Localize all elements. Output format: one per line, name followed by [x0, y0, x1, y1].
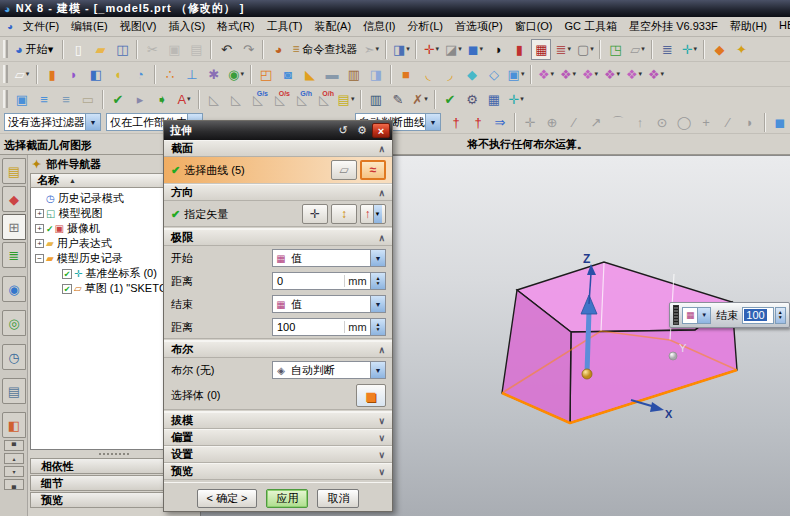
settings-group-header[interactable]: 设置 ∨	[164, 446, 392, 463]
stop-at-intersection-icon[interactable]: †	[468, 112, 488, 133]
apply-button[interactable]: 应用	[266, 489, 308, 508]
menu-item-6[interactable]: 装配(A)	[308, 17, 357, 36]
dialog-reset-button[interactable]: ↺	[334, 123, 352, 138]
show-hide-view-button[interactable]: ◪▾	[443, 39, 463, 60]
ghost-wireframe-button[interactable]: ◺	[226, 89, 246, 110]
block-button[interactable]: ◧	[86, 64, 106, 85]
tree-expander-icon[interactable]: +	[35, 224, 44, 233]
extrude-dialog-title-bar[interactable]: 拉伸 ↺ ⚙ ×	[164, 121, 392, 140]
synchronous-resize-button[interactable]: ❖▾	[602, 64, 622, 85]
snap-control-point-icon[interactable]: ↗	[586, 112, 606, 133]
section-group-header[interactable]: 截面 ∧	[164, 140, 392, 157]
revolve-button[interactable]: ◗	[64, 64, 84, 85]
dialog-options-button[interactable]: ⚙	[353, 123, 371, 138]
sketch-section-button[interactable]: ▱	[331, 160, 357, 180]
snap-midpoint-icon[interactable]: ∕	[564, 112, 584, 133]
extrude-direction-arrow[interactable]	[587, 311, 589, 373]
specify-vector-row[interactable]: ✔ 指定矢量 ✛ ↕ ↑ ▼	[164, 201, 392, 226]
part-settings-button[interactable]: ⚙	[462, 89, 482, 110]
boolean-combo[interactable]: ◈ 自动判断 ▼	[272, 361, 386, 379]
chamfer-button[interactable]: ◆	[462, 64, 482, 85]
show-hide-button[interactable]: ➧	[152, 89, 172, 110]
section-view-button[interactable]: ▮	[509, 39, 529, 60]
menu-item-8[interactable]: 分析(L)	[402, 17, 449, 36]
start-distance-input[interactable]: 0 mm ▲▼	[272, 272, 386, 290]
curve-select-button[interactable]: ≈	[360, 160, 386, 180]
drag-grip-handle[interactable]	[673, 305, 679, 325]
synchronous-pull-button[interactable]: ❖▾	[558, 64, 578, 85]
layer-settings-button[interactable]: ≣	[657, 39, 677, 60]
box-feature-button[interactable]: ▥	[344, 64, 364, 85]
ruler-button[interactable]: ▤▾	[336, 89, 356, 110]
cancel-button[interactable]: 取消	[317, 489, 359, 508]
menu-item-12[interactable]: 星空外挂 V6.933F	[623, 17, 724, 36]
menu-item-1[interactable]: 编辑(E)	[65, 17, 114, 36]
mirror-feature-button[interactable]: ◨	[366, 64, 386, 85]
collapse-section-icon[interactable]: ∧	[378, 144, 385, 154]
expand-settings-icon[interactable]: ∨	[378, 450, 385, 460]
boolean-dropdown-icon[interactable]: ▼	[370, 362, 385, 378]
shell-button[interactable]: ◙	[278, 64, 298, 85]
system-materials-tab[interactable]: ◧	[2, 412, 26, 438]
render-style-button[interactable]: ◑	[487, 39, 507, 60]
edit-section-button[interactable]: ▦	[531, 39, 551, 60]
follow-fillet-icon[interactable]: ⇒	[490, 112, 510, 133]
boolean-group-header[interactable]: 布尔 ∧	[164, 341, 392, 358]
hide-object-button[interactable]: ▸	[130, 89, 150, 110]
rib-button[interactable]: ◣	[300, 64, 320, 85]
collapse-boolean-icon[interactable]: ∧	[378, 345, 385, 355]
tree-expander-icon[interactable]: −	[35, 254, 44, 263]
erase-button[interactable]: ✗▾	[410, 89, 430, 110]
fit-view-button[interactable]: ✛▾	[421, 39, 441, 60]
menu-item-9[interactable]: 首选项(P)	[449, 17, 509, 36]
selection-filter-combo[interactable]: 没有选择过滤器 ▼	[4, 113, 101, 131]
trim-body-button[interactable]: ◰	[256, 64, 276, 85]
layer-visible-button[interactable]: ≡	[34, 89, 54, 110]
select-curve-row[interactable]: ✔ 选择曲线 (5) ▱ ≈	[164, 157, 392, 184]
offset-group-header[interactable]: 偏置 ∨	[164, 429, 392, 446]
display-mode-button[interactable]: ▢▾	[575, 39, 595, 60]
menu-item-4[interactable]: 格式(R)	[211, 17, 260, 36]
part-navigator-tab[interactable]: ⊞	[2, 214, 26, 240]
collapse-limits-icon[interactable]: ∧	[378, 233, 385, 243]
curve-rule-dropdown-icon[interactable]: ▼	[425, 114, 440, 130]
draft-group-header[interactable]: 拔模 ∨	[164, 412, 392, 429]
examine-geometry-button[interactable]: ✔	[440, 89, 460, 110]
send-to-button[interactable]: ➣▾	[361, 39, 381, 60]
snap-point-icon[interactable]: ✛	[520, 112, 540, 133]
orient-view-button[interactable]: ◼▾	[465, 39, 485, 60]
select-body-button[interactable]: ◼	[356, 384, 386, 407]
reverse-direction-button[interactable]: ↕	[331, 204, 357, 224]
key-tool-button[interactable]: ✦	[731, 39, 751, 60]
menu-item-11[interactable]: GC 工具箱	[559, 17, 624, 36]
collapse-direction-icon[interactable]: ∧	[378, 188, 385, 198]
wcs-orient-button[interactable]: ✛▾	[679, 39, 699, 60]
title-bar[interactable]: ◕ NX 8 - 建模 - [_model5.prt （修改的） ]	[0, 0, 790, 17]
snap-face-icon[interactable]: ◗	[740, 112, 760, 133]
end-distance-input-field[interactable]: 100 mm ▲▼	[272, 318, 386, 336]
window-button[interactable]: ◨▾	[391, 39, 411, 60]
toolbar-grip[interactable]	[3, 90, 8, 108]
vector-type-combo-button[interactable]: ↑ ▼	[360, 204, 386, 224]
boss-button[interactable]: ◖	[108, 64, 128, 85]
menu-item-0[interactable]: 文件(F)	[17, 17, 65, 36]
undo-button[interactable]: ↶	[216, 39, 236, 60]
vector-dialog-button[interactable]: ✛	[302, 204, 328, 224]
end-limit-dropdown-icon[interactable]: ▼	[370, 296, 385, 312]
csys-tools-button[interactable]: ✛▾	[506, 89, 526, 110]
ok-button[interactable]: < 确定 >	[197, 489, 258, 508]
limits-group-header[interactable]: 极限 ∧	[164, 229, 392, 246]
macro-record-button[interactable]: ✎	[388, 89, 408, 110]
start-limit-combo[interactable]: ▦ 值 ▼	[272, 249, 386, 267]
measure-button[interactable]: ◆	[709, 39, 729, 60]
menu-item-14[interactable]: HB_MOULD M6.6	[773, 17, 790, 36]
sort-ascending-icon[interactable]: ▲	[69, 177, 76, 184]
datum-table-button[interactable]: ⊥	[182, 64, 202, 85]
touch-gesture-button[interactable]: ◕	[268, 39, 288, 60]
toolbar-grip[interactable]	[3, 40, 8, 58]
system-scenes-tab[interactable]: ◷	[2, 344, 26, 370]
expand-draft-icon[interactable]: ∨	[378, 416, 385, 426]
start-button[interactable]: ◕开始▾	[11, 39, 57, 60]
solid-body-filter-icon[interactable]: ◼	[770, 112, 790, 133]
expand-preview-icon[interactable]: ∨	[378, 467, 385, 477]
